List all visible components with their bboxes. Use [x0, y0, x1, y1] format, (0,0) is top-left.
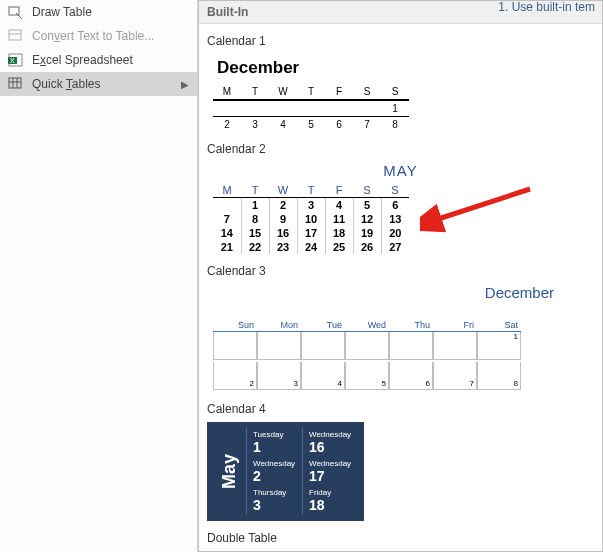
menu-label: Excel Spreadsheet — [32, 53, 189, 67]
table-dropdown-menu: Draw Table Convert Text to Table... X Ex… — [0, 0, 198, 552]
calendar-month: December — [207, 284, 594, 301]
gallery-item-double-table[interactable]: Double Table — [207, 531, 594, 545]
item-title: Calendar 2 — [207, 142, 594, 156]
svg-rect-2 — [9, 30, 21, 40]
calendar-preview: Sun2 Mon3 Tue4 Wed5 Thu6 Fri7 Sat18 — [213, 319, 594, 392]
menu-label: Convert Text to Table... — [32, 29, 189, 43]
chevron-right-icon: ▶ — [181, 79, 189, 90]
quick-tables-gallery: Built-In Calendar 1 December MTWTFSS 1 2… — [198, 0, 603, 552]
calendar-month: May — [213, 428, 246, 515]
menu-quick-tables[interactable]: Quick Tables ▶ — [0, 72, 197, 96]
menu-draw-table[interactable]: Draw Table — [0, 0, 197, 24]
item-title: Calendar 4 — [207, 402, 594, 416]
gallery-item-calendar-3[interactable]: Calendar 3 December Sun2 Mon3 Tue4 Wed5 … — [207, 264, 594, 392]
quick-tables-icon — [8, 76, 24, 92]
menu-label: Quick Tables — [32, 77, 181, 91]
gallery-item-calendar-2[interactable]: Calendar 2 MAY MTWTFSS 123456 7891011121… — [207, 142, 594, 254]
draw-table-icon — [8, 4, 24, 20]
menu-label: Draw Table — [32, 5, 189, 19]
gallery-item-calendar-1[interactable]: Calendar 1 December MTWTFSS 1 2345678 — [207, 34, 594, 132]
context-hint: 1. Use built-in tem — [498, 0, 595, 14]
calendar-month: MAY — [207, 162, 594, 179]
gallery-item-calendar-4[interactable]: Calendar 4 May Tuesday1 Wednesday2 Thurs… — [207, 402, 594, 521]
convert-icon — [8, 28, 24, 44]
item-title: Calendar 1 — [207, 34, 594, 48]
svg-text:X: X — [10, 57, 15, 64]
menu-convert-text[interactable]: Convert Text to Table... — [0, 24, 197, 48]
calendar-month: December — [207, 54, 594, 84]
svg-rect-7 — [9, 78, 21, 88]
calendar-preview: May Tuesday1 Wednesday2 Thursday3 Wednes… — [207, 422, 364, 521]
excel-icon: X — [8, 52, 24, 68]
menu-excel-spreadsheet[interactable]: X Excel Spreadsheet — [0, 48, 197, 72]
calendar-preview: MTWTFSS 123456 78910111213 1415161718192… — [213, 183, 409, 254]
item-title: Calendar 3 — [207, 264, 594, 278]
calendar-preview: MTWTFSS 1 2345678 — [213, 84, 409, 132]
